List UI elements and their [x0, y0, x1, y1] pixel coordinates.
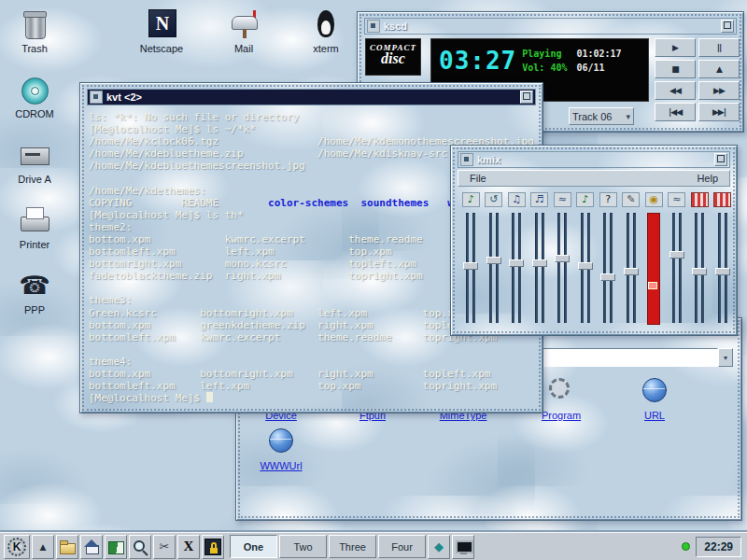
mic-icon[interactable]: ✎: [622, 192, 640, 207]
folder-button[interactable]: [56, 535, 78, 559]
next-track-button[interactable]: ▶▶|: [698, 103, 740, 121]
slider-handle[interactable]: [669, 251, 684, 259]
slider-handle[interactable]: [578, 262, 593, 270]
help-book-button[interactable]: [105, 535, 127, 559]
slider-handle[interactable]: [692, 268, 707, 275]
mixer-channel-mute-left: [688, 190, 712, 329]
x11-button[interactable]: X: [177, 535, 200, 559]
slider-groove: [518, 213, 521, 323]
terminal-text: /home/Me/kdebluetheme.zip /home/Me/kdisk…: [89, 147, 472, 160]
desktop-icon-phone[interactable]: PPP: [4, 269, 65, 315]
slider-handle[interactable]: [648, 282, 657, 289]
desktop-icon-cdrom[interactable]: CDROM: [4, 73, 65, 119]
slider-groove: [672, 213, 675, 323]
mute-left-slider[interactable]: [691, 213, 708, 323]
pager-desktop-four[interactable]: Four: [378, 535, 426, 558]
mute-right-icon[interactable]: [713, 192, 731, 207]
terminal-text: bottomleft.xpm left.xpm top.xpm: [89, 245, 392, 258]
treble-icon[interactable]: ♫: [508, 192, 526, 207]
prev-track-button[interactable]: |◀◀: [655, 103, 696, 121]
unknown-icon[interactable]: ?: [599, 192, 617, 207]
unknown-slider[interactable]: [599, 213, 616, 323]
location-dropdown-button[interactable]: ▾: [718, 348, 733, 367]
maximize-button[interactable]: [520, 91, 533, 104]
volume-icon[interactable]: ♪: [462, 192, 480, 207]
pause-button[interactable]: ||: [698, 38, 740, 57]
speaker-icon[interactable]: ♪: [576, 192, 594, 207]
stop-button[interactable]: ■: [655, 60, 696, 78]
window-list-button[interactable]: ▲: [32, 535, 54, 559]
slider-handle[interactable]: [486, 257, 501, 264]
eject-button[interactable]: ▲: [698, 60, 740, 78]
pcm2-icon[interactable]: ≈: [668, 192, 685, 207]
home-button[interactable]: [80, 535, 103, 559]
terminal-button[interactable]: [452, 535, 474, 559]
desktop-icon-netscape[interactable]: Netscape: [131, 7, 192, 54]
track-selector[interactable]: Track 06 ▾: [569, 107, 634, 125]
play-button[interactable]: ▶: [655, 38, 696, 57]
kscd-titlebar[interactable]: kscd: [364, 18, 737, 35]
bass-slider[interactable]: [486, 213, 502, 323]
terminal-line: bottom.xpm bottomright.xpm right.xpm top…: [89, 368, 534, 380]
desktop-icon-floppy[interactable]: Drive A: [4, 138, 65, 185]
k-menu-button[interactable]: K: [4, 535, 30, 559]
kvt-titlebar[interactable]: kvt <2>: [87, 89, 536, 105]
pager-desktop-three[interactable]: Three: [329, 535, 376, 558]
kscd-window-title: kscd: [384, 21, 717, 32]
rewind-button[interactable]: ◀◀: [655, 81, 696, 100]
slider-handle[interactable]: [624, 268, 639, 275]
terminal-text: Green.kcsrc bottomright.xpm left.xpm top…: [89, 307, 466, 319]
terminal-text: theme2:: [89, 221, 132, 233]
desktop-icon-mailbox[interactable]: Mail: [213, 7, 275, 54]
desktop-icon-penguin[interactable]: xterm: [295, 7, 357, 54]
template-item-url[interactable]: URL: [617, 376, 692, 421]
kmix-titlebar[interactable]: kmix: [458, 151, 730, 168]
template-item-wwwurl[interactable]: WWWUrl: [244, 427, 318, 471]
synth-slider[interactable]: [531, 213, 548, 323]
mute-left-icon[interactable]: [691, 192, 709, 207]
volume-slider[interactable]: [462, 213, 479, 323]
taskbar-panel: K ▲✂X OneTwoThreeFour ◆ 22:29: [0, 532, 747, 560]
pcm-icon[interactable]: ≈: [554, 192, 571, 207]
forward-button[interactable]: ▶▶: [698, 81, 740, 100]
terminal-text: ls: *k*: No such file or directory: [89, 111, 299, 123]
treble-slider[interactable]: [508, 213, 525, 323]
slider-groove: [512, 213, 514, 323]
bass-icon[interactable]: ↺: [485, 192, 502, 207]
mute-right-slider[interactable]: [714, 213, 731, 323]
synth-icon[interactable]: ♬: [530, 192, 548, 207]
pager-desktop-one[interactable]: One: [230, 535, 277, 558]
kscd-transport: ▶||■▲◀◀▶▶|◀◀▶▶|: [655, 38, 740, 121]
desktop-icon-printer[interactable]: Printer: [4, 203, 65, 250]
pcm2-slider[interactable]: [669, 213, 685, 323]
maximize-button[interactable]: [714, 153, 727, 166]
find-icon: [132, 539, 148, 555]
maximize-button[interactable]: [721, 20, 734, 33]
slider-handle[interactable]: [600, 273, 615, 281]
speaker-slider[interactable]: [577, 213, 594, 323]
cd-slider[interactable]: [647, 213, 660, 325]
menu-help[interactable]: Help: [693, 173, 722, 184]
utilities-button[interactable]: ✂: [153, 535, 176, 559]
slider-handle[interactable]: [509, 259, 524, 267]
mic-slider[interactable]: [623, 213, 640, 323]
template-item-label: URL: [617, 410, 692, 421]
x11-icon: X: [180, 539, 197, 555]
pcm-slider[interactable]: [554, 213, 571, 323]
slider-handle[interactable]: [532, 259, 547, 267]
terminal-text: bottomright.xpm mono.kcsrc topleft.xpm: [89, 258, 416, 270]
slider-handle[interactable]: [715, 268, 730, 275]
kmix-window: kmix File Help ♪↺♫♬≈♪?✎◉≈: [450, 145, 738, 336]
pager-desktop-two[interactable]: Two: [279, 535, 327, 558]
slider-handle[interactable]: [463, 262, 478, 270]
gem-button[interactable]: ◆: [428, 535, 450, 559]
find-button[interactable]: [129, 535, 151, 559]
desktop-icon-trash[interactable]: Trash: [4, 7, 65, 54]
lock-button[interactable]: [202, 535, 224, 559]
cd-icon[interactable]: ◉: [645, 192, 663, 207]
slider-handle[interactable]: [555, 255, 570, 262]
menu-file[interactable]: File: [466, 173, 490, 184]
printer-icon: [18, 203, 51, 237]
lcd-status: Playing: [522, 49, 567, 59]
mixer-channel-unknown: ?: [597, 190, 620, 329]
